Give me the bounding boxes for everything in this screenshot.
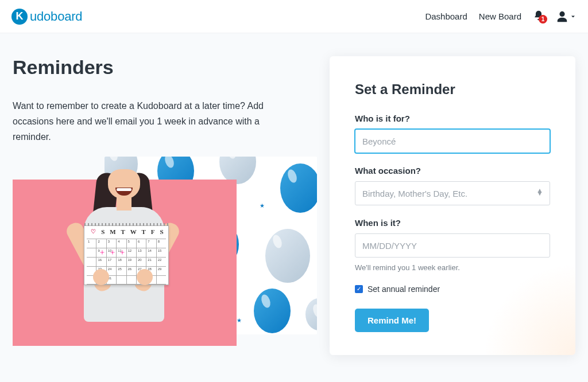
annual-reminder-checkbox[interactable]: ✓ Set annual reminder bbox=[355, 284, 550, 294]
select-arrow-icon: ▲▼ bbox=[536, 189, 543, 195]
who-input[interactable] bbox=[355, 129, 550, 153]
reminder-form-card: Set a Reminder Who is it for? What occas… bbox=[330, 56, 575, 355]
svg-point-9 bbox=[113, 252, 114, 253]
user-menu[interactable] bbox=[556, 10, 577, 23]
svg-point-4 bbox=[103, 252, 105, 253]
svg-point-0 bbox=[102, 251, 103, 252]
top-nav: K udoboard Dashboard New Board 1 bbox=[0, 0, 588, 33]
svg-point-14 bbox=[123, 252, 124, 253]
svg-point-11 bbox=[122, 250, 123, 251]
when-label: When is it? bbox=[355, 218, 550, 228]
new-board-link[interactable]: New Board bbox=[479, 11, 521, 21]
notifications-button[interactable]: 1 bbox=[533, 10, 544, 24]
brand-text: udoboard bbox=[30, 9, 82, 24]
svg-point-5 bbox=[112, 251, 113, 252]
who-label: Who is it for? bbox=[355, 114, 550, 123]
hero-images: ★ ★ ★ ★ ♡ SMTWTFS bbox=[13, 157, 318, 352]
remind-me-button[interactable]: Remind Me! bbox=[355, 309, 429, 332]
brand-logo[interactable]: K udoboard bbox=[11, 9, 82, 25]
form-title: Set a Reminder bbox=[355, 81, 550, 98]
svg-point-8 bbox=[110, 252, 111, 253]
svg-point-2 bbox=[102, 253, 103, 254]
svg-point-13 bbox=[121, 252, 122, 253]
calendar-photo: ♡ SMTWTFS 12345678 9101112131415 1617181… bbox=[13, 180, 237, 346]
svg-point-3 bbox=[100, 252, 102, 253]
brand-mark: K bbox=[11, 9, 28, 25]
page-description: Want to remember to create a Kudoboard a… bbox=[13, 98, 277, 145]
dashboard-link[interactable]: Dashboard bbox=[425, 11, 467, 21]
notification-badge: 1 bbox=[539, 15, 547, 24]
svg-point-12 bbox=[122, 253, 123, 254]
svg-point-1 bbox=[102, 250, 103, 251]
occasion-select[interactable] bbox=[355, 181, 550, 205]
chevron-down-icon bbox=[570, 13, 577, 20]
occasion-label: What occasion? bbox=[355, 166, 550, 176]
annual-reminder-label: Set annual reminder bbox=[368, 284, 440, 294]
svg-point-10 bbox=[122, 251, 123, 252]
checkbox-checked-icon: ✓ bbox=[355, 285, 363, 293]
when-input[interactable] bbox=[355, 233, 550, 258]
svg-point-6 bbox=[112, 250, 113, 251]
page-title: Reminders bbox=[13, 56, 318, 79]
svg-point-7 bbox=[112, 253, 113, 254]
user-icon bbox=[556, 10, 568, 23]
reminder-hint: We'll remind you 1 week earlier. bbox=[355, 263, 550, 272]
